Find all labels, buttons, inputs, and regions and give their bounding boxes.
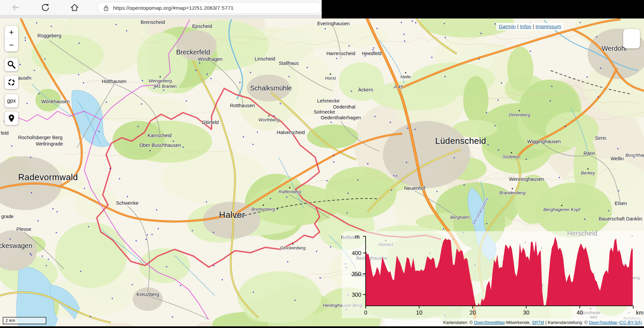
link-separator: |	[516, 24, 520, 29]
reload-button[interactable]	[40, 2, 50, 13]
zoom-in-button[interactable]: +	[5, 26, 18, 39]
locate-button[interactable]	[5, 76, 18, 89]
opentopomap-link[interactable]: OpenTopoMap	[589, 320, 617, 325]
svg-text:300: 300	[352, 292, 361, 298]
gpx-button[interactable]: gpx	[5, 94, 18, 108]
search-icon	[6, 59, 16, 70]
impressum-link[interactable]: Impressum	[536, 24, 561, 29]
svg-text:0: 0	[364, 310, 367, 316]
scale-label: 2 km	[5, 318, 15, 323]
cc-by-sa-link[interactable]: (CC-BY-SA)	[618, 320, 642, 325]
home-button[interactable]	[69, 2, 80, 13]
svg-text:350: 350	[352, 271, 361, 277]
window-bottom-border	[0, 326, 644, 328]
scale-bar: 2 km	[3, 317, 46, 324]
openstreetmap-link[interactable]: OpenStreetMap	[474, 320, 505, 325]
map-pin-icon	[7, 114, 16, 123]
locate-crosshair-icon	[6, 77, 16, 87]
header-links: Garmin | Infos | Impressum	[496, 23, 563, 30]
attribution-text: -Mitwirkende,	[505, 320, 532, 325]
window-black-region	[322, 0, 644, 18]
opentopomap-window: RüggebergBrenscheidEpscheidBreckerfeldWi…	[0, 0, 644, 328]
srtm-link[interactable]: SRTM	[532, 320, 544, 325]
svg-text:20: 20	[469, 310, 476, 316]
attribution-bar: Kartendaten: © OpenStreetMap-Mitwirkende…	[385, 318, 644, 327]
svg-text:m: m	[355, 234, 360, 240]
search-button[interactable]	[5, 58, 18, 71]
home-icon	[70, 2, 80, 12]
zoom-control: + −	[5, 26, 18, 51]
attribution-text: | Kartendarstellung: ©	[544, 320, 589, 325]
back-button[interactable]	[10, 2, 21, 13]
elevation-profile-panel[interactable]: 300350400010203040kmm	[342, 231, 644, 318]
svg-text:10: 10	[416, 310, 422, 316]
attribution-text: Kartendaten: ©	[443, 320, 474, 325]
svg-text:km: km	[636, 310, 644, 316]
infos-link[interactable]: Infos	[520, 24, 531, 29]
svg-text:30: 30	[523, 310, 530, 316]
svg-text:400: 400	[352, 250, 361, 256]
marker-button[interactable]	[5, 112, 18, 125]
lock-icon	[102, 4, 110, 12]
elevation-profile-chart: 300350400010203040kmm	[342, 231, 644, 318]
zoom-out-button[interactable]: −	[5, 39, 18, 52]
link-separator: |	[531, 24, 536, 29]
garmin-link[interactable]: Garmin	[499, 24, 516, 29]
back-arrow-icon	[10, 2, 20, 12]
url-bar[interactable]: https://opentopomap.org/#map=12/51.2063/…	[97, 2, 322, 14]
svg-text:40: 40	[577, 310, 583, 316]
reload-icon	[40, 2, 50, 12]
gpx-button-label: gpx	[7, 98, 16, 104]
layers-button[interactable]	[623, 29, 640, 48]
url-text: https://opentopomap.org/#map=12/51.2063/…	[113, 5, 234, 11]
